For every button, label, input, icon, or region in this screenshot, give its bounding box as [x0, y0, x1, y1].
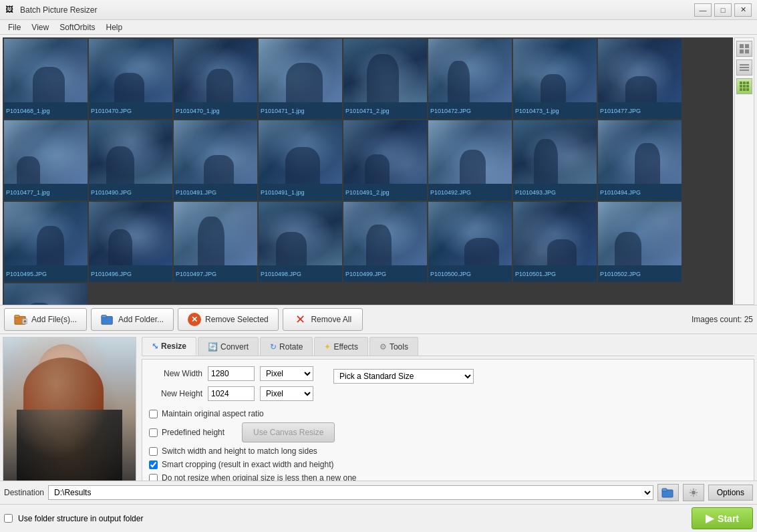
image-cell[interactable]: P1010472.JPG: [428, 39, 512, 119]
add-files-label: Add File(s)...: [31, 315, 77, 324]
image-cell[interactable]: P1010471_2.jpg: [343, 39, 427, 119]
remove-all-label: Remove All: [311, 315, 351, 324]
image-label: P1010491_1.jpg: [259, 184, 342, 201]
image-cell[interactable]: P1010470.JPG: [89, 39, 172, 119]
image-cell[interactable]: P1010497.JPG: [174, 202, 257, 282]
predefined-height-checkbox[interactable]: [149, 428, 158, 437]
tab-rotate[interactable]: ↻ Rotate: [260, 337, 313, 356]
grid-view-icon[interactable]: [736, 78, 752, 94]
switch-width-height-checkbox[interactable]: [149, 447, 158, 456]
gear-icon[interactable]: [683, 484, 704, 501]
menu-help[interactable]: Help: [101, 21, 128, 33]
image-cell[interactable]: P1010477.JPG: [598, 39, 682, 119]
options-button[interactable]: Options: [708, 485, 753, 501]
tab-resize[interactable]: ⤡ Resize: [142, 337, 196, 356]
image-cell[interactable]: P1010471_1.jpg: [259, 39, 342, 119]
title-bar: 🖼 Batch Picture Resizer — □ ✕: [0, 0, 757, 20]
main-content: P1010468_1.jpgP1010470.JPGP1010470_1.jpg…: [0, 35, 757, 532]
toolbar: Add File(s)... Add Folder... ✕ Remove Se…: [0, 305, 757, 334]
footer: Use folder structure in output folder ▶ …: [0, 504, 757, 532]
image-cell[interactable]: P1010499.JPG: [343, 202, 427, 282]
width-input[interactable]: [208, 366, 255, 381]
image-cell[interactable]: P1010493.JPG: [513, 120, 597, 201]
image-cell[interactable]: P1010492.JPG: [428, 120, 512, 201]
window-controls: — □ ✕: [694, 3, 752, 17]
height-input[interactable]: [208, 386, 255, 401]
image-cell[interactable]: P1010468_1.jpg: [4, 39, 88, 119]
tab-convert[interactable]: 🔄 Convert: [198, 337, 259, 356]
menu-view[interactable]: View: [26, 21, 54, 33]
smart-cropping-checkbox[interactable]: [149, 460, 158, 469]
options-label: Options: [717, 488, 744, 497]
image-label: P1010502.JPG: [598, 265, 682, 282]
image-gallery[interactable]: P1010468_1.jpgP1010470.JPGP1010470_1.jpg…: [3, 37, 733, 305]
image-label: P1010491.JPG: [174, 184, 257, 201]
image-cell[interactable]: P1010503.JPG: [4, 283, 88, 305]
image-cell[interactable]: P1010494.JPG: [598, 120, 682, 201]
image-cell[interactable]: P1010477_1.jpg: [4, 120, 88, 201]
list-view-icon[interactable]: [736, 59, 752, 76]
image-cell[interactable]: P1010491.JPG: [174, 120, 257, 201]
image-cell[interactable]: P1010491_2.jpg: [343, 120, 427, 201]
image-cell[interactable]: P1010498.JPG: [259, 202, 342, 282]
menu-softorbits[interactable]: SoftOrbits: [54, 21, 100, 33]
remove-all-button[interactable]: ✕ Remove All: [283, 308, 363, 331]
canvas-resize-button[interactable]: Use Canvas Resize: [242, 422, 335, 442]
do-not-resize-checkbox[interactable]: [149, 474, 158, 481]
image-grid: P1010468_1.jpgP1010470.JPGP1010470_1.jpg…: [3, 37, 733, 305]
image-cell[interactable]: P1010500.JPG: [428, 202, 512, 282]
tab-effects[interactable]: ✦ Effects: [314, 337, 367, 356]
svg-rect-3: [745, 49, 749, 53]
image-cell[interactable]: P1010470_1.jpg: [174, 39, 257, 119]
svg-rect-1: [745, 44, 749, 48]
image-cell[interactable]: P1010502.JPG: [598, 202, 682, 282]
width-unit-select[interactable]: Pixel Percent Cm Inch: [260, 366, 313, 381]
image-label: P1010494.JPG: [598, 184, 682, 201]
image-label: P1010495.JPG: [4, 265, 88, 282]
smart-cropping-row: Smart cropping (result in exact width an…: [149, 460, 747, 469]
remove-selected-button[interactable]: ✕ Remove Selected: [178, 308, 279, 331]
image-label: P1010470.JPG: [89, 102, 172, 119]
height-unit-select[interactable]: Pixel Percent Cm Inch: [260, 386, 313, 401]
maximize-button[interactable]: □: [714, 3, 732, 17]
tab-tools[interactable]: ⚙ Tools: [369, 337, 418, 356]
image-label: P1010491_2.jpg: [343, 184, 427, 201]
destination-input[interactable]: D:\Results: [48, 485, 653, 500]
images-count: Images count: 25: [692, 315, 753, 324]
menu-file[interactable]: File: [3, 21, 26, 33]
image-cell[interactable]: P1010495.JPG: [4, 202, 88, 282]
rotate-tab-label: Rotate: [279, 342, 303, 352]
resize-settings: New Width Pixel Percent Cm Inch New He: [142, 359, 754, 481]
thumbnail-view-icon[interactable]: [736, 41, 752, 57]
resize-tab-icon: ⤡: [152, 342, 158, 351]
close-button[interactable]: ✕: [734, 3, 752, 17]
switch-width-height-label: Switch width and height to match long si…: [162, 446, 317, 456]
svg-rect-6: [740, 70, 749, 71]
image-cell[interactable]: P1010501.JPG: [513, 202, 597, 282]
maintain-aspect-checkbox[interactable]: [149, 410, 158, 418]
do-not-resize-row: Do not resize when original size is less…: [149, 473, 747, 481]
folder-structure-label: Use folder structure in output folder: [18, 514, 143, 523]
tabs: ⤡ Resize 🔄 Convert ↻ Rotate ✦ Effects ⚙: [142, 337, 754, 356]
browse-button[interactable]: [657, 484, 679, 501]
image-cell[interactable]: P1010496.JPG: [89, 202, 172, 282]
maintain-aspect-label: Maintain original aspect ratio: [162, 409, 264, 418]
maintain-aspect-row: Maintain original aspect ratio: [149, 409, 747, 418]
add-files-button[interactable]: Add File(s)...: [4, 308, 87, 331]
side-panel-icons: [734, 37, 754, 305]
folder-structure-checkbox[interactable]: [4, 514, 13, 523]
start-button[interactable]: ▶ Start: [692, 507, 753, 529]
height-row: New Height Pixel Percent Cm Inch: [149, 386, 313, 401]
remove-selected-label: Remove Selected: [205, 315, 269, 324]
do-not-resize-label: Do not resize when original size is less…: [162, 473, 357, 481]
image-cell[interactable]: P1010473_1.jpg: [513, 39, 597, 119]
svg-rect-4: [740, 64, 749, 65]
svg-rect-17: [15, 315, 19, 318]
image-cell[interactable]: P1010491_1.jpg: [259, 120, 342, 201]
standard-size-select[interactable]: Pick a Standard Size 640x480 800x600 102…: [333, 369, 474, 384]
rotate-tab-icon: ↻: [270, 342, 277, 352]
images-count-value: 25: [744, 315, 753, 324]
add-folder-button[interactable]: Add Folder...: [91, 308, 174, 331]
minimize-button[interactable]: —: [694, 3, 712, 17]
image-cell[interactable]: P1010490.JPG: [89, 120, 172, 201]
